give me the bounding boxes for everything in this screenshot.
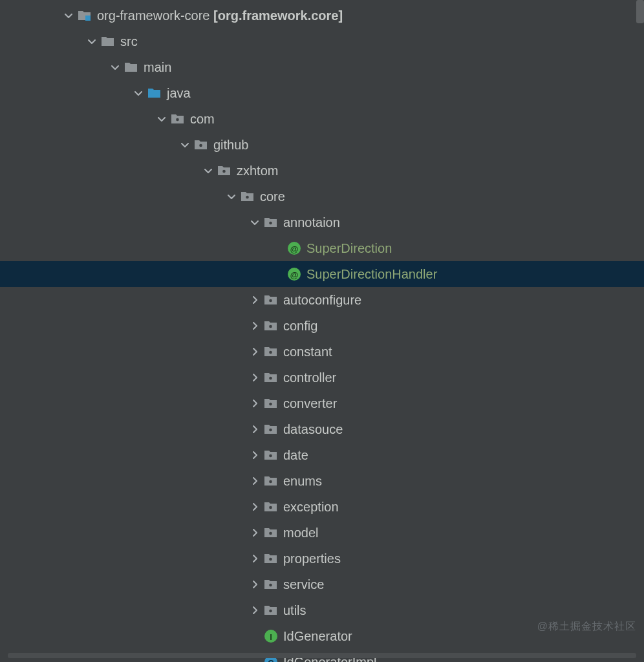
tree-item-label: enums [283, 474, 322, 489]
package-icon [194, 138, 208, 152]
package-icon [264, 422, 278, 436]
package-icon [217, 164, 231, 178]
tree-item[interactable]: zxhtom [0, 158, 644, 184]
tree-item-label: utils [283, 603, 306, 618]
tree-item[interactable]: core [0, 184, 644, 209]
package-icon [264, 603, 278, 617]
chevron-down-icon[interactable] [178, 138, 191, 151]
chevron-right-icon[interactable] [248, 604, 261, 617]
tree-item-label: properties [283, 551, 341, 566]
chevron-right-icon[interactable] [248, 552, 261, 565]
package-icon [264, 551, 278, 566]
tree-item-label: core [260, 189, 285, 204]
chevron-right-icon[interactable] [248, 319, 261, 332]
chevron-down-icon[interactable] [109, 61, 122, 74]
package-icon [264, 215, 278, 230]
interface-icon [264, 629, 278, 643]
package-icon [264, 370, 278, 385]
package-icon [264, 396, 278, 411]
chevron-right-icon[interactable] [248, 294, 261, 306]
package-icon [264, 319, 278, 333]
tree-item-label: model [283, 526, 318, 540]
tree-item-label: src [120, 34, 138, 49]
package-icon [264, 526, 278, 540]
tree-item-label: autoconfigure [283, 293, 361, 308]
chevron-right-icon[interactable] [248, 500, 261, 513]
folder-icon [101, 34, 115, 48]
tree-item[interactable]: github [0, 132, 644, 158]
tree-item-label: exception [283, 500, 339, 515]
package-icon [264, 293, 278, 307]
module-folder-icon [78, 8, 92, 23]
chevron-right-icon[interactable] [248, 371, 261, 384]
scrollbar-horizontal[interactable] [8, 653, 636, 658]
chevron-down-icon[interactable] [202, 164, 215, 177]
package-icon [264, 345, 278, 359]
tree-item-label: service [283, 577, 324, 592]
tree-item-label: controller [283, 370, 336, 385]
tree-item-label: github [213, 138, 249, 153]
source-folder-icon [147, 86, 162, 100]
chevron-right-icon[interactable] [248, 475, 261, 487]
tree-item-label: IdGenerator [283, 629, 352, 644]
package-icon [264, 448, 278, 462]
tree-item[interactable]: autoconfigure [0, 287, 644, 313]
tree-item[interactable]: com [0, 106, 644, 132]
watermark-text: @稀土掘金技术社区 [537, 620, 636, 634]
chevron-down-icon[interactable] [225, 190, 238, 203]
package-icon [264, 577, 278, 592]
tree-item-label: converter [283, 396, 337, 411]
tree-item[interactable]: SuperDirectionHandler [0, 261, 644, 287]
tree-item-label: zxhtom [237, 164, 278, 178]
package-icon [241, 189, 255, 204]
tree-item[interactable]: SuperDirection [0, 235, 644, 261]
tree-item-label: config [283, 319, 317, 334]
tree-item[interactable]: java [0, 80, 644, 106]
annotation-icon [287, 267, 301, 281]
tree-item[interactable]: model [0, 520, 644, 546]
project-tree[interactable]: org-framework-core [org.framework.core]s… [0, 0, 644, 662]
annotation-icon [287, 241, 301, 255]
tree-item-label: datasouce [283, 422, 343, 437]
tree-item[interactable]: org-framework-core [org.framework.core] [0, 3, 644, 28]
chevron-down-icon[interactable] [132, 87, 145, 100]
tree-item[interactable]: datasouce [0, 416, 644, 442]
tree-item[interactable]: enums [0, 468, 644, 494]
package-icon [171, 112, 185, 126]
chevron-down-icon[interactable] [248, 216, 261, 229]
tree-item-suffix: [org.framework.core] [209, 8, 343, 23]
chevron-right-icon[interactable] [248, 526, 261, 539]
tree-item[interactable]: converter [0, 390, 644, 416]
folder-icon [124, 60, 138, 74]
tree-item-label: constant [283, 345, 332, 359]
tree-item-label: date [283, 448, 308, 463]
tree-item[interactable]: annotaion [0, 209, 644, 235]
tree-item-label: java [167, 86, 191, 101]
tree-item[interactable]: config [0, 313, 644, 339]
chevron-right-icon[interactable] [248, 449, 261, 462]
chevron-down-icon[interactable] [62, 9, 75, 22]
tree-item[interactable]: utils [0, 597, 644, 623]
package-icon [264, 474, 278, 488]
chevron-right-icon[interactable] [248, 345, 261, 358]
chevron-down-icon[interactable] [155, 112, 168, 125]
tree-item-label: org-framework-core [org.framework.core] [97, 8, 343, 23]
chevron-down-icon[interactable] [85, 35, 98, 48]
chevron-right-icon[interactable] [248, 423, 261, 436]
tree-item[interactable]: properties [0, 546, 644, 571]
tree-item[interactable]: service [0, 571, 644, 597]
tree-item[interactable]: main [0, 54, 644, 80]
chevron-right-icon[interactable] [248, 578, 261, 591]
tree-item-label: SuperDirectionHandler [306, 267, 437, 282]
tree-item[interactable]: controller [0, 365, 644, 390]
tree-item[interactable]: constant [0, 339, 644, 365]
tree-item-label: annotaion [283, 215, 340, 230]
tree-item-label: main [144, 60, 171, 75]
tree-item[interactable]: date [0, 442, 644, 468]
tree-item[interactable]: src [0, 28, 644, 54]
tree-item[interactable]: exception [0, 494, 644, 520]
tree-item-label: SuperDirection [306, 241, 392, 256]
package-icon [264, 500, 278, 514]
scrollbar-vertical-thumb[interactable] [636, 0, 644, 23]
chevron-right-icon[interactable] [248, 397, 261, 410]
